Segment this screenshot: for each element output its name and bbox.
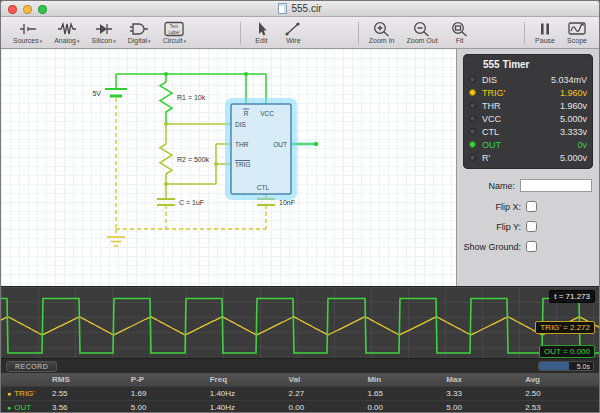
record-button[interactable]: RECORD (6, 361, 57, 372)
toolbar-zoom-in[interactable]: Zoom In (363, 18, 401, 48)
diode-icon (94, 21, 114, 37)
timebase-slider[interactable]: 5.0s (538, 361, 594, 371)
wire-junction (244, 72, 248, 76)
signal-row-trig[interactable]: TRIG' 1.960v (469, 86, 587, 99)
signal-radio[interactable] (469, 141, 476, 148)
toolbar-label: Edit (255, 37, 267, 45)
resistor-r1[interactable] (160, 82, 172, 124)
name-input[interactable] (520, 179, 592, 192)
schematic-canvas[interactable]: 5V R1 = 10k (1, 49, 456, 286)
col-header-avg: Avg (520, 375, 599, 384)
table-row-trig[interactable]: ●TRIG' 2.55 1.69 1.40Hz 2.27 1.65 3.33 2… (1, 386, 599, 400)
component-title: 555 Timer (469, 58, 587, 73)
dropdown-caret-icon: ▾ (40, 38, 43, 44)
document-icon (278, 3, 287, 14)
out-readout: OUT = 0.000 (539, 345, 595, 358)
row-name: ●TRIG' (1, 389, 47, 398)
toolbar-label: Zoom In (369, 37, 395, 45)
toolbar-digital[interactable]: Digital▾ (122, 18, 157, 48)
scope-traces (1, 287, 600, 359)
toolbar-sources[interactable]: Sources▾ (7, 18, 48, 48)
resistor-icon (57, 21, 77, 37)
zoom-in-icon (372, 21, 392, 37)
signal-radio[interactable] (469, 102, 476, 109)
show-ground-checkbox[interactable] (526, 241, 537, 252)
close-button[interactable] (8, 5, 17, 14)
toolbar-wire[interactable]: Wire (277, 18, 309, 48)
battery-5v[interactable]: 5V (92, 89, 127, 97)
cell-rms: 2.55 (47, 389, 126, 398)
flip-x-checkbox[interactable] (526, 201, 537, 212)
toolbar-analog[interactable]: Analog▾ (48, 18, 85, 48)
toolbar-spacer (476, 18, 520, 48)
toolbar-circuit[interactable]: Text Label Circuit▾ (157, 18, 192, 48)
flip-y-label: Flip Y: (496, 222, 521, 232)
oscilloscope-panel[interactable]: t = 71.273 TRIG' = 2.272 OUT = 0.000 (1, 286, 599, 358)
toolbar-spacer (309, 18, 353, 48)
title-bar[interactable]: 555.cir (1, 1, 599, 17)
cell-pp: 1.69 (126, 389, 205, 398)
main-area: 5V R1 = 10k (1, 49, 599, 286)
ground-symbol[interactable] (107, 237, 125, 246)
col-header-min: Min (362, 375, 441, 384)
pin-label-trig: TRIG (235, 161, 251, 168)
signal-row-out[interactable]: OUT 0v (469, 138, 587, 151)
signal-row-vcc[interactable]: VCC 5.000v (469, 112, 587, 125)
signal-row-ctl[interactable]: CTL 3.333v (469, 125, 587, 138)
toolbar-label: Sources▾ (13, 37, 42, 45)
signal-radio[interactable] (469, 89, 476, 96)
dropdown-caret-icon: ▾ (77, 38, 80, 44)
toolbar-label: Circuit▾ (163, 37, 186, 45)
cell-min: 1.65 (362, 389, 441, 398)
col-header-val: Val (284, 375, 363, 384)
zoom-fit-icon (450, 21, 470, 37)
toolbar: Sources▾ Analog▾ Silicon▾ Digital▾ T (1, 17, 599, 49)
text-label-icon: Text Label (163, 21, 185, 37)
zoom-window-button[interactable] (38, 5, 47, 14)
flip-x-label: Flip X: (495, 202, 521, 212)
measurement-table: RMS P-P Freq Val Min Max Avg ●TRIG' 2.55… (1, 373, 599, 413)
toolbar-label: Wire (286, 37, 300, 45)
signal-radio[interactable] (469, 76, 476, 83)
battery-label: 5V (92, 90, 101, 97)
toolbar-silicon[interactable]: Silicon▾ (86, 18, 122, 48)
chip-body[interactable] (231, 104, 291, 194)
toolbar-zoom-out[interactable]: Zoom Out (400, 18, 443, 48)
show-ground-label: Show Ground: (463, 242, 521, 252)
wire-junction (164, 122, 168, 126)
table-row-out[interactable]: ●OUT 3.56 5.00 1.40Hz 0.00 0.00 5.00 2.5… (1, 400, 599, 413)
window-title-group: 555.cir (278, 3, 321, 14)
cell-freq: 1.40Hz (205, 403, 284, 412)
toolbar-pause[interactable]: Pause (529, 18, 561, 48)
minimize-button[interactable] (23, 5, 32, 14)
pin-label-dis: DIS (235, 121, 247, 128)
signal-radio[interactable] (469, 128, 476, 135)
cell-max: 5.00 (441, 403, 520, 412)
flip-y-checkbox[interactable] (526, 221, 537, 232)
flip-x-row: Flip X: (457, 201, 599, 212)
signal-row-thr[interactable]: THR 1.960v (469, 99, 587, 112)
schematic-svg: 5V R1 = 10k (1, 49, 456, 286)
app-window: 555.cir Sources▾ Analog▾ Silicon▾ (0, 0, 600, 413)
show-ground-row: Show Ground: (457, 241, 599, 252)
signal-radio[interactable] (469, 115, 476, 122)
signal-radio[interactable] (469, 154, 476, 161)
capacitor-c1[interactable] (157, 199, 175, 205)
toolbar-scope[interactable]: Scope (561, 18, 593, 48)
voltage-source-icon (18, 21, 38, 37)
wire-junction (164, 72, 168, 76)
c2-label: 10nF (279, 199, 295, 206)
timer-555-chip[interactable]: R VCC DIS THR TRIG OUT CTL (228, 101, 294, 197)
signal-row-reset[interactable]: R' 5.000v (469, 151, 587, 164)
toolbar-separator (358, 22, 359, 44)
toolbar-edit[interactable]: Edit (245, 18, 277, 48)
toolbar-zoom-fit[interactable]: Fit (444, 18, 476, 48)
inspector-sidebar: 555 Timer DIS 5.034mV TRIG' 1.960v THR 1… (456, 49, 599, 286)
timebase-value: 5.0s (539, 362, 590, 371)
time-readout: t = 71.273 (549, 290, 595, 303)
logic-gate-icon (129, 21, 149, 37)
signal-row-dis[interactable]: DIS 5.034mV (469, 73, 587, 86)
dropdown-caret-icon: ▾ (148, 38, 151, 44)
wire-endpoint[interactable] (314, 142, 318, 146)
wire-junction (214, 162, 218, 166)
